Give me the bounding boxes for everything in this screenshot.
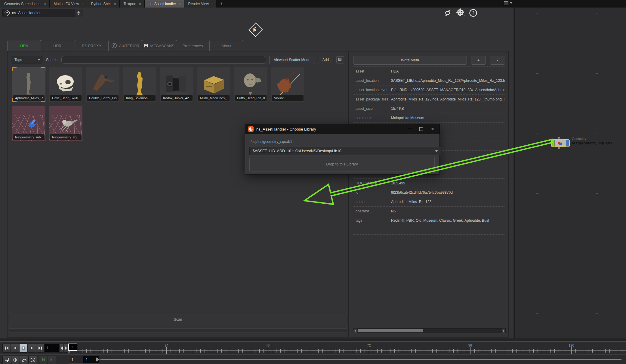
tab-ns-assethandler[interactable]: ns_AssetHandler× [145, 0, 184, 8]
asset-tile-testgeometry-rub[interactable]: testgeometry_rub [12, 106, 45, 141]
help-icon[interactable]: ? [469, 9, 477, 17]
close-icon[interactable]: × [114, 2, 116, 6]
search-input[interactable] [61, 56, 266, 64]
stop-button[interactable] [19, 344, 28, 353]
tab-render-view[interactable]: Render View× [184, 0, 217, 8]
subtab-aixterior[interactable]: AIXTERIOR [108, 40, 142, 52]
jump-to-start-button[interactable] [2, 344, 11, 353]
write-meta-button[interactable]: Write Meta [353, 56, 467, 65]
subtab-preferences[interactable]: Preferences [176, 40, 210, 52]
current-frame-field[interactable]: 1 [44, 344, 61, 353]
subtab-rs-proxy[interactable]: RS PROXY [75, 40, 109, 52]
range-start-button[interactable] [39, 356, 48, 364]
new-tab-button[interactable]: + [217, 0, 227, 8]
asset-tile-kodak-junior-42[interactable]: Kodak_Junior_42 [160, 67, 193, 102]
asset-tile-putto-head-rd-0[interactable]: Putto_Head_RD_0 [234, 67, 267, 102]
meta-row-comments[interactable]: commentsMałopolska Museum [353, 113, 505, 123]
tab-geometry-spreadsheet[interactable]: Geometry Spreadsheet× [0, 0, 49, 8]
close-icon[interactable]: × [44, 2, 46, 6]
close-icon[interactable]: × [139, 2, 141, 6]
meta-row-name[interactable]: nameAphrodite_Milos_Rz_123 [353, 197, 505, 207]
meta-row-empty[interactable] [353, 225, 505, 235]
subtab-about[interactable]: About [209, 40, 243, 52]
meta-hscrollbar[interactable] [353, 328, 506, 333]
node-render-flag[interactable] [566, 140, 569, 147]
refresh-icon[interactable] [443, 9, 452, 17]
add-button[interactable]: Add [318, 56, 333, 64]
range-slider-handle[interactable] [96, 357, 100, 362]
asset-tile-cave-bear-skull[interactable]: Cave_Bear_Skull [49, 67, 82, 102]
realtime-toggle-button[interactable] [29, 356, 37, 364]
meta-key: comments [353, 113, 388, 122]
play-forward-button[interactable] [28, 344, 36, 353]
node-name-label: testgeometry_squab1 [572, 141, 612, 145]
play-backward-button[interactable] [11, 344, 19, 353]
timeline-ruler[interactable] [69, 350, 626, 351]
subtab-hda[interactable]: HDA [7, 40, 41, 52]
meta-row-asset-size[interactable]: asset_size15.7 KB [353, 104, 505, 113]
audio-button[interactable] [11, 356, 20, 364]
pane-menu-caret-icon[interactable] [510, 2, 512, 4]
asset-tile-double-barrel-pis[interactable]: Double_Barrel_Pis [86, 67, 119, 102]
pane-layout-icon[interactable] [504, 1, 508, 5]
ruler-tick [462, 349, 462, 353]
meta-row-operator[interactable]: operatorNS [353, 207, 505, 216]
asset-tile-musk-medicines-i[interactable]: Musk_Medicines_I [197, 67, 230, 102]
close-icon[interactable]: × [431, 126, 434, 132]
library-dropdown[interactable]: $ASSET_LIB_ADD_10 :: C:/Users/NS/Desktop… [249, 147, 441, 155]
node-output-connector[interactable] [558, 147, 560, 149]
range-end-button[interactable] [48, 356, 56, 364]
simulation-reset-button[interactable] [20, 356, 29, 364]
tab-motion-fx-view[interactable]: Motion FX View× [50, 0, 87, 8]
node-path-spinner[interactable] [75, 9, 82, 17]
range-slider-track[interactable] [100, 359, 621, 360]
meta-add-button[interactable]: + [471, 56, 486, 65]
node-input-connector[interactable] [558, 137, 560, 139]
meta-row-asset-location-eval[interactable]: asset_location_evalP:/__RND__/200520_ASS… [353, 85, 505, 95]
minimize-icon[interactable] [408, 129, 412, 129]
node-path-selector[interactable]: ns_AssetHandler [2, 9, 79, 17]
asset-tile-aphrodite-milos-r[interactable]: Aphrodite_Milos_R [12, 67, 45, 102]
scroll-right-icon[interactable] [502, 329, 505, 333]
meta-row-asset-package-files[interactable]: asset_package_filesAphrodite_Milos_Rz_12… [353, 95, 505, 104]
viewport-scatter-mode-button[interactable]: Viewport Scatter Mode [269, 56, 315, 64]
meta-row-asset-location[interactable]: asset_location$ASSET_LIB/hda/Aphrodite_M… [353, 76, 505, 85]
jump-to-end-button[interactable] [36, 344, 45, 353]
meta-row-hou-version[interactable]: HOU_version18.5.499 [353, 179, 505, 188]
meta-row-id[interactable]: id9f2356ca542cd4fd76a754c6ba93870d [353, 188, 505, 197]
dialog-titlebar[interactable]: ns_AssetHandler - Choose Library × [245, 124, 439, 134]
subtab-hdri[interactable]: HDRI [41, 40, 75, 52]
scroll-left-icon[interactable] [353, 329, 357, 333]
subtab-megascans[interactable]: MEGASCANS [142, 40, 176, 52]
settings-gear-icon[interactable] [456, 8, 465, 17]
tags-dropdown[interactable]: Tags [12, 56, 43, 64]
scan-button[interactable]: Scan [9, 312, 347, 327]
step-forward-button[interactable] [64, 344, 68, 353]
tab-textport[interactable]: Textport× [120, 0, 144, 8]
panel-popout-icon[interactable] [336, 56, 344, 63]
playhead-marker[interactable]: 1 [68, 344, 77, 351]
houdini-logo-icon [248, 126, 254, 132]
follow-playbar-button[interactable] [2, 356, 11, 364]
node-display-flag[interactable] [552, 140, 555, 147]
tab-python-shell[interactable]: Python Shell× [87, 0, 119, 8]
asset-tile-king-solomon[interactable]: King_Solomon [123, 67, 156, 102]
close-icon[interactable]: × [82, 2, 83, 6]
network-editor[interactable]: Geometry testgeometry_squab1 [514, 8, 626, 338]
ruler-tick [238, 349, 239, 353]
asset-tile-testgeometry-squ[interactable]: testgeometry_squ [49, 106, 82, 141]
maximize-icon[interactable] [419, 127, 423, 131]
close-icon[interactable]: × [179, 2, 180, 6]
pane-controls[interactable] [504, 1, 512, 5]
tile-label: testgeometry_rub [13, 134, 45, 140]
step-back-button[interactable] [59, 344, 64, 353]
drop-target[interactable]: Drop to this Library [249, 157, 435, 171]
meta-row-tags[interactable]: tagsRedshift, PBR, Old, Museum, Classic,… [353, 216, 505, 225]
asset-tile-violine[interactable]: Violine [271, 67, 304, 102]
close-icon[interactable]: × [211, 2, 213, 6]
geometry-node[interactable] [551, 139, 570, 147]
meta-row-asset[interactable]: assetHDA [353, 67, 505, 76]
scroll-thumb[interactable] [358, 329, 423, 332]
range-start-field[interactable]: 1 [69, 356, 85, 364]
meta-remove-button[interactable]: - [490, 56, 505, 65]
